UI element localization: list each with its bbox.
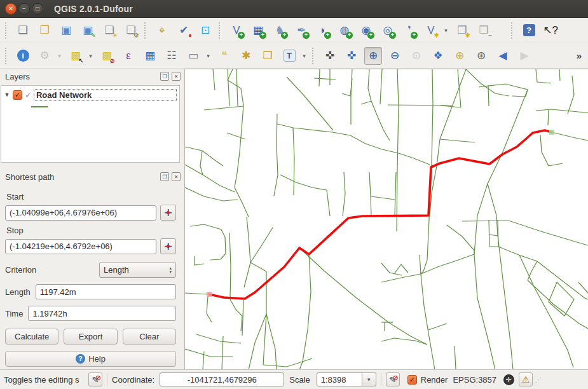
toolbar-drag-handle[interactable] (5, 48, 10, 64)
layers-float-button[interactable]: ❐ (160, 72, 169, 81)
measure-line-button[interactable]: ▭ (184, 47, 202, 65)
print-composers-icon-button[interactable]: ❒✱ (453, 22, 471, 39)
save-project-button[interactable]: ▣ (57, 22, 75, 39)
zoom-next-button[interactable]: ▶ (516, 47, 533, 65)
map-tips-button[interactable]: ❝ (215, 47, 233, 65)
layer-label-box[interactable]: Road Network (34, 89, 177, 101)
collapse-all-icon-button[interactable]: ❒− (475, 22, 493, 39)
touch-zoom-icon-button[interactable]: ⌖ (153, 22, 171, 39)
deselect-features-button[interactable]: ▩⊘ (98, 47, 116, 65)
save-project-as-button[interactable]: ▣✎ (79, 22, 97, 39)
show-bookmarks-button[interactable]: ❒ (259, 47, 277, 65)
expander-icon[interactable]: ▼ (3, 92, 11, 98)
zoom-actual-size-button[interactable]: ⊙ (407, 47, 425, 65)
add-spatialite-layer-button[interactable]: ✒+ (292, 22, 310, 39)
stop-input[interactable]: (-1.04219e+06,4.6792e+06) (5, 239, 156, 254)
start-input[interactable]: (-1.04099e+06,4.67976e+06) (5, 205, 156, 221)
zoom-full-extent-button[interactable]: ❖ (429, 47, 447, 65)
float-icon: ❐ (162, 74, 167, 79)
new-print-composer-button[interactable]: ❏✳ (100, 22, 118, 39)
zoom-out-button[interactable]: ⊖ (386, 47, 404, 65)
new-shapefile-layer-button[interactable]: V✱ (422, 22, 440, 39)
toolbar-overflow[interactable]: » (573, 50, 585, 61)
resize-grip-icon[interactable]: ⋰ (535, 376, 542, 383)
clear-button[interactable]: Clear (123, 329, 176, 345)
help-button[interactable]: ? Help (5, 351, 176, 367)
criterion-combobox[interactable]: Length ▴ ▾ (99, 262, 176, 278)
toggle-editing-button[interactable]: ✎ ⊘ (88, 372, 102, 386)
layer-visibility-checkbox[interactable]: ✓ (13, 90, 22, 100)
composer-manager-button[interactable]: ❏⚙ (122, 22, 140, 39)
new-layer-dropdown[interactable]: ▾ (442, 22, 450, 39)
scale-combobox[interactable]: 1:8398 ▾ (317, 372, 376, 386)
length-input[interactable]: 1197.42m (36, 284, 176, 299)
add-postgis-layer-button[interactable]: ♞+ (271, 22, 289, 39)
capture-stop-point-button[interactable]: ✛ (160, 238, 176, 254)
new-project-button[interactable]: ❏ (14, 22, 32, 39)
coordinate-input[interactable]: -1041721,4679296 (160, 372, 284, 386)
add-wfs-layer-button[interactable]: ◎+ (379, 22, 397, 39)
badge-icon: ⊘ (110, 58, 115, 64)
road-line (332, 132, 399, 153)
pan-map-button[interactable]: ✜ (321, 47, 339, 65)
feature-action-dropdown[interactable]: ▾ (55, 47, 64, 65)
identify-features-button[interactable]: i (14, 47, 32, 65)
layers-close-button[interactable]: ✕ (172, 72, 181, 81)
vertex-tool-icon-button[interactable]: ✔● (175, 22, 193, 39)
pan-to-selection-button[interactable]: ✜ (343, 47, 360, 65)
layer-symbology-swatch (31, 106, 48, 107)
measure-dropdown[interactable]: ▾ (204, 47, 212, 65)
whats-this-button[interactable]: ↖? (542, 22, 559, 39)
annotation-dropdown[interactable]: ▾ (300, 47, 308, 65)
calculate-button[interactable]: Calculate (5, 329, 58, 345)
shortest-path-close-button[interactable]: ✕ (172, 172, 181, 181)
toolbar-drag-handle[interactable] (511, 22, 516, 39)
zoom-to-layer-button[interactable]: ⊛ (472, 47, 490, 65)
attribute-table-button[interactable]: ▦ (141, 47, 159, 65)
toolbar-drag-handle[interactable] (5, 22, 10, 39)
badge-icon: ✱ (434, 32, 439, 39)
attribute-table-icon: ▦ (145, 50, 155, 61)
map-canvas[interactable] (185, 69, 588, 369)
node-polygon-icon-button[interactable]: ⊡ (196, 22, 214, 39)
toolbar-drag-handle[interactable] (312, 48, 317, 64)
window-maximize-button[interactable]: □ (32, 3, 43, 15)
help-contents-button[interactable]: ? (520, 22, 538, 39)
select-features-dropdown[interactable]: ▾ (86, 47, 95, 65)
shortest-path-float-button[interactable]: ❐ (160, 172, 169, 181)
add-oracle-layer-button[interactable]: ❜+ (400, 22, 418, 39)
time-input[interactable]: 1.19742h (28, 306, 176, 321)
feature-action-button[interactable]: ⚙ (36, 47, 53, 65)
window-close-button[interactable]: ✕ (5, 3, 17, 15)
stop-rendering-button[interactable]: ✎ ⊘ (386, 372, 400, 386)
panel-splitter[interactable] (0, 163, 184, 169)
crs-status-button[interactable]: ✛ (502, 372, 516, 386)
open-project-button[interactable]: ❐ (36, 22, 53, 39)
field-calculator-button[interactable]: ☷ (163, 47, 181, 65)
zoom-to-selection-button[interactable]: ⊕ (451, 47, 468, 65)
badge-icon: + (324, 32, 331, 39)
chevron-down-icon[interactable]: ▾ (362, 372, 376, 386)
zoom-last-button[interactable]: ◀ (494, 47, 512, 65)
toolbar-drag-handle[interactable] (144, 22, 149, 39)
layer-row-road-network[interactable]: ▼ ✓ ✓ Road Network (3, 88, 178, 101)
render-checkbox[interactable]: ✓ (407, 375, 417, 385)
capture-start-point-button[interactable]: ✛ (160, 205, 176, 221)
add-mssql-layer-button[interactable]: ◗+ (314, 22, 332, 39)
text-annotation-button[interactable]: T (280, 47, 298, 65)
select-features-button[interactable]: ▩↖ (67, 47, 85, 65)
window-minimize-button[interactable]: − (18, 3, 30, 15)
add-vector-layer-button[interactable]: V+ (228, 22, 245, 39)
add-wcs-layer-button[interactable]: ◉+ (357, 22, 375, 39)
toolbar-drag-handle[interactable] (219, 22, 223, 39)
add-wms-layer-button[interactable]: ◍+ (336, 22, 353, 39)
export-button[interactable]: Export (64, 329, 117, 345)
add-raster-layer-button[interactable]: ▦+ (249, 22, 267, 39)
road-line (432, 69, 433, 104)
select-by-expression-button[interactable]: ε (120, 47, 137, 65)
log-messages-button[interactable]: ⚠ (519, 372, 533, 386)
zoom-in-button[interactable]: ⊕ (364, 47, 382, 65)
render-checkbox-group[interactable]: ✓ Render (406, 375, 448, 385)
new-bookmark-button[interactable]: ✱ (237, 47, 255, 65)
scale-value[interactable]: 1:8398 (317, 372, 362, 386)
